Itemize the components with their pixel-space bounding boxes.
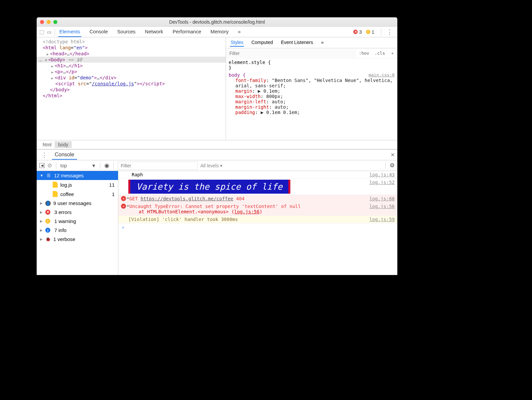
style-rules[interactable]: element.style { } main.css:6body { font-… [226, 58, 397, 140]
log-level-selector[interactable]: All levels ▾ [200, 163, 222, 168]
console-styled-line[interactable]: Variety is the spice of life log.js:52 [118, 179, 397, 195]
crumb-html[interactable]: html [39, 141, 55, 148]
panel-tabs: Elements Console Sources Network Perform… [58, 27, 353, 37]
window-title: DevTools - devtools.glitch.me/console/lo… [37, 19, 397, 25]
warning-icon: ! [45, 219, 50, 224]
source-link[interactable]: log.js:56 [365, 204, 395, 209]
sidebar-item-user-messages[interactable]: ▶👤 9 user messages [37, 199, 118, 208]
console-settings-icon[interactable]: ⚙ [390, 162, 395, 169]
context-selector[interactable]: top ▼ [60, 163, 96, 168]
element-style-close: } [229, 65, 231, 70]
error-icon: ✕ [121, 196, 126, 201]
device-mode-icon[interactable]: ▭ [47, 29, 51, 35]
live-expression-icon[interactable]: ◉ [104, 162, 109, 169]
new-rule-button[interactable]: ＋ [388, 50, 397, 56]
tab-computed[interactable]: Computed [251, 39, 274, 47]
sidebar-toggle-icon[interactable]: ◀ [39, 163, 45, 168]
hov-button[interactable]: :hov [356, 51, 372, 56]
tab-memory[interactable]: Memory [210, 27, 230, 37]
sidebar-item-all-messages[interactable]: ▼☰ 12 messages [37, 171, 118, 180]
console-prompt[interactable]: › [118, 223, 397, 231]
status-badges[interactable]: ✕3 !1 [353, 29, 374, 35]
close-window-button[interactable] [40, 20, 44, 24]
styles-filter-input[interactable] [226, 49, 356, 57]
sidebar-item-info[interactable]: ▶i 7 info [37, 226, 118, 235]
console-violation-line[interactable]: [Violation] 'click' handler took 3000ms … [118, 216, 397, 223]
sidebar-item-coffee[interactable]: coffee 1 [37, 189, 118, 199]
tab-elements[interactable]: Elements [58, 27, 81, 37]
minimize-window-button[interactable] [47, 20, 51, 24]
drawer-menu-icon[interactable]: ⋮ [39, 151, 49, 159]
element-style-open: element.style { [229, 60, 271, 65]
sidebar-item-errors[interactable]: ▶✕ 3 errors [37, 208, 118, 217]
zoom-window-button[interactable] [53, 20, 57, 24]
source-link[interactable]: log.js:43 [365, 172, 395, 177]
warning-count: 1 [372, 29, 374, 35]
breadcrumb: html body [37, 140, 397, 149]
console-error-line[interactable]: ✕ ▶ Uncaught TypeError: Cannot set prope… [118, 203, 397, 216]
rule-source-link[interactable]: main.css:6 [369, 72, 395, 77]
error-count: 3 [359, 29, 362, 35]
tab-more[interactable]: » [237, 27, 242, 37]
close-drawer-icon[interactable]: × [391, 151, 395, 159]
rule-selector: body { [229, 72, 246, 78]
crumb-body[interactable]: body [55, 141, 71, 148]
devtools-toolbar: ⬚ ▭ Elements Console Sources Network Per… [37, 27, 397, 37]
sidebar-item-logjs[interactable]: log.js 11 [37, 180, 118, 189]
titlebar: DevTools - devtools.glitch.me/console/lo… [37, 17, 397, 27]
tab-sources[interactable]: Sources [116, 27, 137, 37]
tab-styles-more[interactable]: » [320, 39, 324, 47]
tab-event-listeners[interactable]: Event Listeners [280, 39, 314, 47]
error-icon: ✕ [353, 30, 358, 34]
info-icon: i [45, 228, 50, 233]
cls-button[interactable]: .cls [372, 51, 388, 56]
error-icon: ✕ [45, 210, 50, 215]
source-link[interactable]: log.js:68 [365, 196, 395, 201]
source-link[interactable]: log.js:52 [365, 180, 395, 194]
file-icon [53, 182, 58, 188]
tab-styles[interactable]: Styles [230, 39, 244, 47]
settings-menu-icon[interactable]: ⋮ [385, 28, 395, 36]
warning-icon: ! [366, 30, 370, 34]
error-icon: ✕ [121, 204, 126, 209]
console-drawer: ⋮ Console × ◀ ⊘ top ▼ ◉ All levels ▾ ⚙ [37, 149, 397, 275]
elements-tree[interactable]: <!doctype html> <html lang="en"> ▶<head>… [37, 37, 226, 140]
inspect-icon[interactable]: ⬚ [39, 29, 44, 35]
console-error-line[interactable]: ✕ ▶ GET https://devtools.glitch.me/coffe… [118, 195, 397, 203]
main-panels: <!doctype html> <html lang="en"> ▶<head>… [37, 37, 397, 140]
styles-panel: Styles Computed Event Listeners » :hov .… [226, 37, 397, 140]
sidebar-item-warnings[interactable]: ▶! 1 warning [37, 217, 118, 226]
console-log-line[interactable]: Raph log.js:43 [118, 171, 397, 179]
file-icon [53, 191, 58, 197]
devtools-window: DevTools - devtools.glitch.me/console/lo… [37, 17, 397, 275]
source-link[interactable]: log.js:59 [365, 217, 395, 222]
sidebar-item-verbose[interactable]: ▶🐞 1 verbose [37, 235, 118, 244]
console-output: Raph log.js:43 Variety is the spice of l… [118, 171, 397, 275]
tab-performance[interactable]: Performance [172, 27, 202, 37]
drawer-tab-console[interactable]: Console [52, 150, 77, 160]
clear-console-icon[interactable]: ⊘ [47, 162, 52, 169]
tab-console[interactable]: Console [89, 27, 109, 37]
user-icon: 👤 [45, 201, 51, 206]
bug-icon: 🐞 [45, 237, 51, 242]
console-filter-input[interactable] [118, 162, 198, 170]
console-sidebar: ▼☰ 12 messages log.js 11 coffee 1 ▶👤 9 u… [37, 171, 118, 275]
list-icon: ☰ [46, 173, 51, 178]
tab-network[interactable]: Network [144, 27, 164, 37]
